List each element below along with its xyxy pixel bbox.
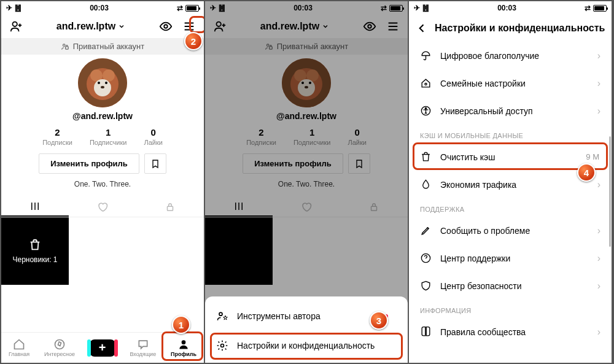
svg-point-13	[55, 340, 64, 349]
callout-marker-2: 2	[184, 32, 203, 50]
row-safety[interactable]: Центр безопасности›	[409, 272, 612, 300]
airplane-icon: ✈︎	[6, 4, 12, 12]
umbrella-icon	[420, 50, 432, 61]
svg-point-29	[221, 344, 224, 347]
svg-point-11	[101, 86, 104, 88]
stat-following[interactable]: 2Подписки	[42, 127, 72, 146]
svg-rect-18	[269, 47, 272, 49]
drop-icon	[420, 179, 432, 190]
svg-point-9	[98, 82, 100, 84]
section-support: ПОДДЕРЖКА	[409, 198, 612, 217]
lock-person-icon	[61, 42, 69, 51]
bottom-nav: Главная Интересное + Входящие Профиль	[1, 332, 204, 363]
menu-sheet: Инструменты автора Настройки и конфиденц…	[205, 296, 408, 363]
row-guidelines[interactable]: Правила сообщества›	[409, 318, 612, 346]
private-account-banner[interactable]: Приватный аккаунт	[1, 38, 204, 55]
svg-point-24	[301, 82, 304, 84]
profile-stats: 2Подписки 1Подписчики 0Лайки	[42, 127, 163, 146]
svg-point-30	[425, 83, 427, 85]
tab-private[interactable]	[136, 197, 204, 217]
svg-rect-3	[65, 47, 68, 49]
chevron-down-icon	[118, 23, 125, 30]
tab-grid[interactable]	[1, 197, 69, 217]
scrollbar[interactable]	[608, 112, 611, 284]
eye-icon[interactable]	[157, 18, 174, 35]
trash-icon	[28, 238, 42, 252]
callout-marker-3: 3	[370, 311, 388, 330]
gear-icon	[216, 339, 228, 352]
svg-rect-12	[168, 206, 173, 211]
nav-discover[interactable]: Интересное	[44, 338, 75, 357]
cache-size: 9 M	[586, 152, 600, 161]
status-bar: ✈︎䷰ 00:03 ⇄	[1, 1, 204, 15]
profile-topbar: and.rew.lptw	[1, 15, 204, 38]
phone-profile: ✈︎䷰ 00:03 ⇄ and.rew.lptw Приватный аккау…	[1, 1, 205, 363]
sheet-settings[interactable]: Настройки и конфиденциальность	[205, 331, 408, 360]
back-button[interactable]	[415, 20, 429, 37]
row-accessibility[interactable]: Универсальный доступ›	[409, 97, 612, 125]
row-digital-wellbeing[interactable]: Цифровое благополучие›	[409, 42, 612, 69]
nav-create-button[interactable]: +	[90, 339, 115, 357]
nav-inbox[interactable]: Входящие	[130, 338, 156, 357]
drafts-tile[interactable]: Черновики: 1	[1, 217, 69, 285]
tab-liked[interactable]	[69, 197, 136, 217]
svg-point-17	[266, 44, 269, 46]
nav-profile[interactable]: Профиль	[171, 338, 196, 357]
phone-settings: ✈︎䷰00:03⇄ Настройки и конфиденциальность…	[409, 1, 613, 363]
username-dropdown[interactable]: and.rew.lptw	[56, 21, 125, 32]
section-info: ИНФОРМАЦИЯ	[409, 300, 612, 318]
row-family[interactable]: Семейные настройки›	[409, 69, 612, 97]
settings-header: Настройки и конфиденциальность	[409, 15, 612, 42]
svg-point-25	[309, 82, 311, 84]
svg-point-15	[217, 22, 221, 26]
profile-bio: One. Two. Three.	[74, 180, 131, 188]
callout-marker-1: 1	[172, 316, 190, 334]
question-icon	[420, 252, 432, 264]
bookmark-button[interactable]	[144, 153, 166, 174]
stat-followers[interactable]: 1Подписчики	[90, 127, 127, 146]
trash-icon	[420, 151, 432, 163]
content-tabs	[1, 197, 204, 217]
row-report[interactable]: Сообщить о проблеме›	[409, 217, 612, 244]
nav-home[interactable]: Главная	[9, 338, 29, 357]
shield-icon	[420, 280, 432, 292]
svg-point-32	[425, 107, 426, 109]
row-help[interactable]: Центр поддержки›	[409, 244, 612, 272]
profile-handle: @and.rew.lptw	[72, 111, 133, 121]
house-icon	[420, 77, 432, 89]
svg-point-14	[182, 340, 186, 344]
stat-likes[interactable]: 0Лайки	[144, 127, 162, 146]
svg-point-26	[305, 86, 308, 88]
edit-profile-button[interactable]: Изменить профиль	[39, 153, 139, 174]
svg-point-0	[13, 22, 17, 26]
svg-point-28	[219, 312, 222, 316]
svg-point-10	[105, 82, 107, 84]
accessibility-icon	[420, 105, 432, 117]
pencil-icon	[420, 225, 432, 236]
svg-point-2	[63, 44, 65, 46]
section-cache: КЭШ И МОБИЛЬНЫЕ ДАННЫЕ	[409, 125, 612, 143]
add-person-icon[interactable]	[7, 18, 25, 35]
svg-rect-27	[371, 206, 377, 211]
svg-point-1	[164, 25, 168, 28]
callout-marker-4: 4	[577, 163, 596, 182]
person-star-icon	[216, 310, 228, 322]
avatar[interactable]	[78, 58, 127, 107]
phone-sheet: ✈︎䷰00:03⇄ and.rew.lptw Приватный аккаунт…	[205, 1, 409, 363]
status-time: 00:03	[90, 4, 109, 12]
book-icon	[420, 326, 432, 338]
svg-point-16	[368, 25, 371, 28]
